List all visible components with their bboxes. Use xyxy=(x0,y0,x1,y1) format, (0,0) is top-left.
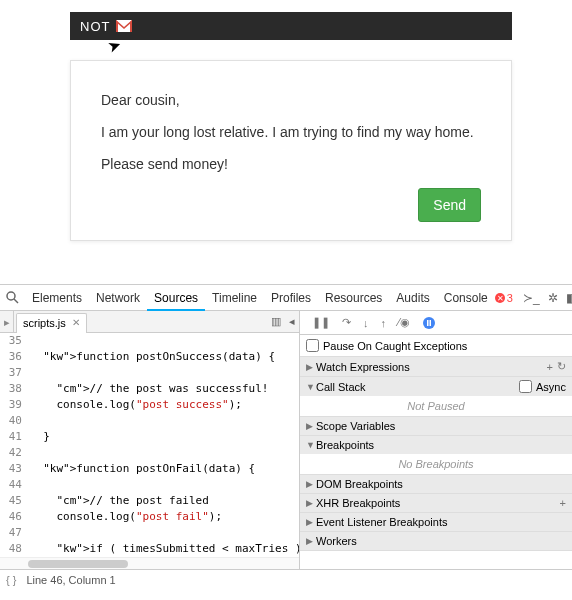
debugger-toolbar: ❚❚ ↷ ↓ ↑ ⁄◉ xyxy=(300,311,572,335)
panel-workers[interactable]: ▶ Workers xyxy=(300,532,572,550)
send-button[interactable]: Send xyxy=(418,188,481,222)
panel-watch[interactable]: ▶ Watch Expressions + ↻ xyxy=(300,357,572,376)
chevron-right-icon: ▶ xyxy=(306,421,316,431)
chevron-right-icon: ▶ xyxy=(306,479,316,489)
pause-caught-label: Pause On Caught Exceptions xyxy=(323,340,467,352)
horizontal-scrollbar[interactable] xyxy=(0,557,299,569)
status-bar: { } Line 46, Column 1 xyxy=(0,569,572,589)
step-over-icon[interactable]: ↷ xyxy=(342,316,351,329)
panel-xhr-bp[interactable]: ▶ XHR Breakpoints + xyxy=(300,494,572,512)
add-watch-icon[interactable]: + xyxy=(547,361,553,373)
file-tabstrip: ▸ scripts.js ✕ ▥ ◂ xyxy=(0,311,299,333)
email-closing: Please send money! xyxy=(101,155,481,173)
navigator-icon[interactable]: ▸ xyxy=(0,311,14,332)
async-checkbox[interactable] xyxy=(519,380,532,393)
svg-point-1 xyxy=(7,292,15,300)
panel-scope[interactable]: ▶ Scope Variables xyxy=(300,417,572,435)
email-greeting: Dear cousin, xyxy=(101,91,481,109)
search-icon[interactable] xyxy=(6,291,19,304)
tab-console[interactable]: Console xyxy=(437,285,495,311)
svg-line-2 xyxy=(14,299,18,303)
snippets-icon[interactable]: ◂ xyxy=(289,315,295,328)
svg-rect-7 xyxy=(429,320,431,326)
dock-icon[interactable]: ◧ xyxy=(566,291,572,305)
email-compose-card: Dear cousin, I am your long lost relativ… xyxy=(70,60,512,241)
chevron-right-icon: ▶ xyxy=(306,498,316,508)
devtools-panel: Elements Network Sources Timeline Profil… xyxy=(0,284,572,600)
format-icon[interactable]: ▥ xyxy=(271,315,281,328)
error-badge[interactable]: ✕3 xyxy=(495,292,513,304)
refresh-watch-icon[interactable]: ↻ xyxy=(557,360,566,373)
tab-audits[interactable]: Audits xyxy=(389,285,436,311)
svg-rect-6 xyxy=(427,320,429,326)
file-tab-scripts[interactable]: scripts.js ✕ xyxy=(16,313,87,333)
tab-resources[interactable]: Resources xyxy=(318,285,389,311)
tab-profiles[interactable]: Profiles xyxy=(264,285,318,311)
tab-sources[interactable]: Sources xyxy=(147,285,205,311)
pause-caught-checkbox[interactable] xyxy=(306,339,319,352)
brand-text: NOT xyxy=(80,19,110,34)
tab-network[interactable]: Network xyxy=(89,285,147,311)
drawer-icon[interactable]: ≻_ xyxy=(523,291,540,305)
chevron-down-icon: ▼ xyxy=(306,382,316,392)
callstack-body: Not Paused xyxy=(300,396,572,416)
svg-point-5 xyxy=(423,317,435,329)
pause-icon[interactable]: ❚❚ xyxy=(312,316,330,329)
panel-dom-bp[interactable]: ▶ DOM Breakpoints xyxy=(300,475,572,493)
file-tab-label: scripts.js xyxy=(23,313,66,333)
deactivate-bp-icon[interactable]: ⁄◉ xyxy=(398,316,410,329)
pretty-print-icon[interactable]: { } xyxy=(6,574,16,586)
panel-callstack[interactable]: ▼ Call Stack Async xyxy=(300,377,572,396)
chevron-right-icon: ▶ xyxy=(306,517,316,527)
svg-rect-0 xyxy=(116,20,132,32)
pause-caught-row[interactable]: Pause On Caught Exceptions xyxy=(300,335,572,357)
devtools-tabstrip: Elements Network Sources Timeline Profil… xyxy=(0,285,572,311)
step-out-icon[interactable]: ↑ xyxy=(381,317,387,329)
async-label: Async xyxy=(536,381,566,393)
panel-event-bp[interactable]: ▶ Event Listener Breakpoints xyxy=(300,513,572,531)
svg-text:✕: ✕ xyxy=(496,294,503,303)
add-xhr-bp-icon[interactable]: + xyxy=(560,497,566,509)
chevron-right-icon: ▶ xyxy=(306,362,316,372)
cursor-position: Line 46, Column 1 xyxy=(26,574,115,586)
breakpoints-body: No Breakpoints xyxy=(300,454,572,474)
code-editor[interactable]: 3536373839404142434445464748495051525354… xyxy=(0,333,299,557)
tab-elements[interactable]: Elements xyxy=(25,285,89,311)
chevron-right-icon: ▶ xyxy=(306,536,316,546)
panel-breakpoints[interactable]: ▼ Breakpoints xyxy=(300,436,572,454)
step-into-icon[interactable]: ↓ xyxy=(363,317,369,329)
settings-icon[interactable]: ✲ xyxy=(548,291,558,305)
chevron-down-icon: ▼ xyxy=(306,440,316,450)
pause-exceptions-icon[interactable] xyxy=(422,316,436,330)
tab-timeline[interactable]: Timeline xyxy=(205,285,264,311)
app-topbar: NOT xyxy=(70,12,512,40)
gmail-icon xyxy=(116,20,132,32)
close-file-icon[interactable]: ✕ xyxy=(72,313,80,333)
email-body: I am your long lost relative. I am tryin… xyxy=(101,123,481,141)
